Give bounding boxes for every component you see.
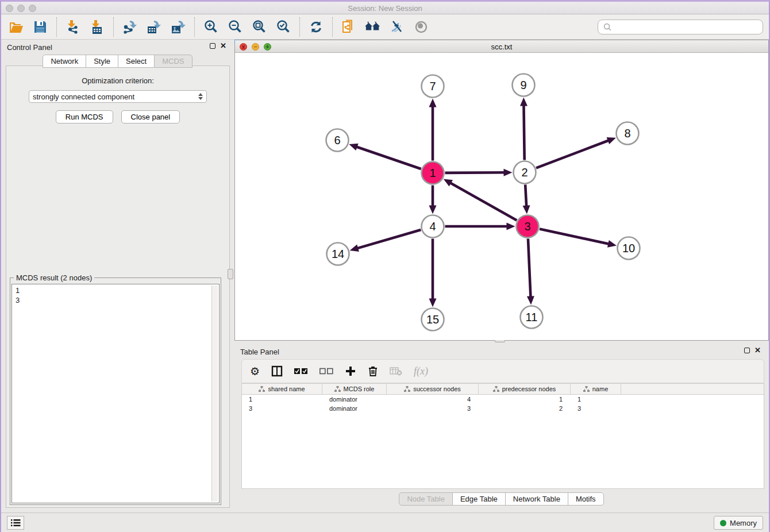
graph-edge-3-10[interactable] xyxy=(540,229,609,244)
edge-arrowhead xyxy=(523,205,530,214)
edge-arrowhead xyxy=(429,99,437,107)
column-header-shared-name[interactable]: shared name xyxy=(242,384,322,394)
table-settings-icon[interactable]: ⚙ xyxy=(250,366,260,377)
network-canvas[interactable]: 7968124314101511 xyxy=(235,53,768,340)
graph-edge-4-14[interactable] xyxy=(357,230,421,248)
app-titlebar: Session: New Session xyxy=(1,2,769,14)
tab-edge-table[interactable]: Edge Table xyxy=(452,492,506,506)
column-header-predecessor-nodes[interactable]: predecessor nodes xyxy=(479,384,571,394)
graph-edge-1-2[interactable] xyxy=(445,172,505,173)
control-panel-tabs: NetworkStyleSelectMCDS xyxy=(1,55,234,68)
float-panel-icon[interactable] xyxy=(210,43,215,49)
edge-arrowhead xyxy=(507,223,515,230)
column-header-MCDS-role[interactable]: MCDS role xyxy=(322,384,387,394)
zoom-in-icon[interactable] xyxy=(203,19,219,35)
close-table-panel-icon[interactable]: ✕ xyxy=(754,348,761,353)
export-network-icon[interactable] xyxy=(122,19,138,35)
zoom-out-icon[interactable] xyxy=(227,19,243,35)
open-folder-icon[interactable] xyxy=(8,19,24,35)
graph-node-8[interactable]: 8 xyxy=(617,122,639,145)
home-icon[interactable] xyxy=(365,19,381,35)
add-column-icon[interactable] xyxy=(345,365,356,377)
export-image-icon[interactable] xyxy=(170,19,186,35)
mcds-result-text: 1 3 xyxy=(16,286,211,502)
optimization-criterion-select[interactable]: strongly connected component xyxy=(29,90,207,103)
table-cell: 1 xyxy=(571,395,621,404)
svg-text:11: 11 xyxy=(526,311,538,323)
edge-arrowhead xyxy=(607,137,616,144)
graph-node-14[interactable]: 14 xyxy=(327,243,349,265)
graph-node-6[interactable]: 6 xyxy=(326,129,349,152)
svg-text:2: 2 xyxy=(521,166,528,179)
graph-edge-2-8[interactable] xyxy=(536,140,609,168)
graph-edge-3-11[interactable] xyxy=(528,238,531,297)
close-panel-button[interactable]: Close panel xyxy=(121,110,180,124)
tab-mcds[interactable]: MCDS xyxy=(154,55,192,68)
function-builder-icon: f(x) xyxy=(414,365,428,377)
graph-node-11[interactable]: 11 xyxy=(521,306,543,329)
eye-icon[interactable] xyxy=(413,19,429,35)
graph-node-9[interactable]: 9 xyxy=(513,74,535,97)
svg-text:14: 14 xyxy=(332,248,344,260)
zoom-selected-icon[interactable] xyxy=(275,19,291,35)
graph-edge-1-6[interactable] xyxy=(356,147,421,169)
tab-motifs[interactable]: Motifs xyxy=(568,492,604,506)
mcds-panel: Optimization criterion: strongly connect… xyxy=(6,65,230,508)
import-network-icon[interactable] xyxy=(65,19,81,35)
mcds-result-area[interactable]: 1 3 xyxy=(11,284,220,503)
network-title: scc.txt xyxy=(235,43,768,51)
task-history-button[interactable] xyxy=(7,516,24,530)
graph-node-3[interactable]: 3 xyxy=(517,215,539,238)
edge-arrowhead xyxy=(350,245,359,252)
search-input[interactable] xyxy=(598,20,763,34)
svg-text:6: 6 xyxy=(334,134,340,147)
window-title: Session: New Session xyxy=(1,4,769,13)
network-graph: 7968124314101511 xyxy=(235,53,768,340)
run-mcds-button[interactable]: Run MCDS xyxy=(56,110,113,124)
optimization-criterion-label: Optimization criterion: xyxy=(6,76,229,85)
tab-style[interactable]: Style xyxy=(86,55,118,68)
status-bar: Memory xyxy=(1,512,769,532)
refresh-icon[interactable] xyxy=(308,19,324,35)
column-header-successor-nodes[interactable]: successor nodes xyxy=(387,384,479,394)
tab-select[interactable]: Select xyxy=(118,55,155,68)
memory-button[interactable]: Memory xyxy=(714,516,763,530)
graph-node-10[interactable]: 10 xyxy=(618,237,640,260)
tab-network-table[interactable]: Network Table xyxy=(505,492,568,506)
table-tabs: Node TableEdge TableNetwork TableMotifs xyxy=(399,492,603,506)
float-table-panel-icon[interactable] xyxy=(744,348,750,353)
result-scrollbar[interactable] xyxy=(211,286,218,502)
column-header-name[interactable]: name xyxy=(571,384,621,394)
select-all-icon[interactable] xyxy=(294,368,308,375)
delete-column-icon[interactable] xyxy=(368,365,378,377)
main-toolbar xyxy=(1,14,769,40)
edge-arrowhead xyxy=(607,240,617,248)
graph-node-7[interactable]: 7 xyxy=(422,75,444,98)
save-icon[interactable] xyxy=(32,19,48,35)
table-toolbar: ⚙ f(x) xyxy=(241,359,764,383)
graph-node-1[interactable]: 1 xyxy=(422,162,444,184)
network-view-window: x – + scc.txt 7968124314101511 xyxy=(234,40,769,341)
clone-network-icon[interactable] xyxy=(341,19,357,35)
graph-edge-3-1[interactable] xyxy=(450,183,517,221)
table-cell: 3 xyxy=(387,404,479,413)
show-columns-icon[interactable] xyxy=(271,365,283,377)
graph-node-15[interactable]: 15 xyxy=(422,309,444,331)
table-row[interactable]: 3dominator323 xyxy=(242,404,764,413)
deselect-all-icon[interactable] xyxy=(319,368,333,375)
edge-arrowhead xyxy=(429,206,437,214)
graph-node-4[interactable]: 4 xyxy=(422,215,444,238)
table-cell: 1 xyxy=(242,395,322,404)
tab-node-table[interactable]: Node Table xyxy=(399,492,453,506)
close-panel-icon[interactable]: ✕ xyxy=(220,43,226,49)
tab-network[interactable]: Network xyxy=(43,55,86,68)
import-table-icon[interactable] xyxy=(89,19,105,35)
zoom-fit-icon[interactable] xyxy=(251,19,267,35)
graph-node-2[interactable]: 2 xyxy=(514,161,536,184)
vertical-splitter-grip[interactable] xyxy=(228,269,233,279)
hide-details-icon[interactable] xyxy=(389,19,405,35)
export-table-icon[interactable] xyxy=(146,19,162,35)
table-row[interactable]: 1dominator411 xyxy=(242,395,764,404)
graph-edge-2-9[interactable] xyxy=(523,105,524,160)
graph-edge-2-3[interactable] xyxy=(525,184,526,206)
